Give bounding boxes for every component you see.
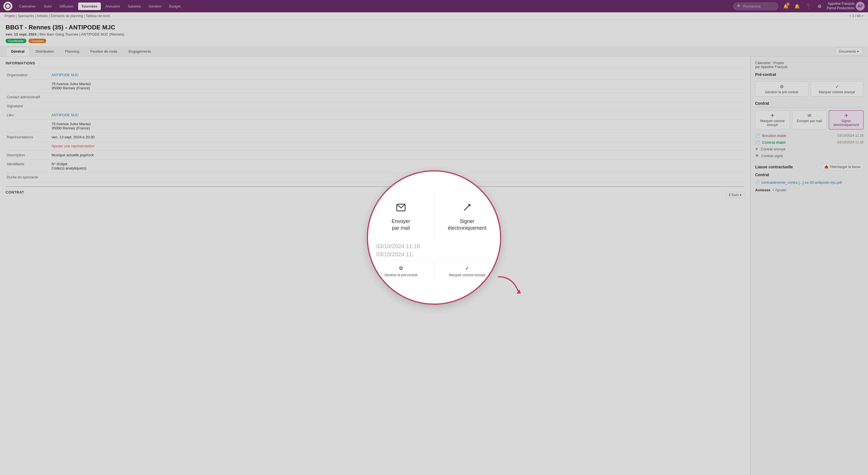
sign-elec-popup-label: Signerélectroniquement <box>448 218 486 231</box>
date-stamp-1: 03/10/2024 11:18 <box>376 243 492 249</box>
check-popup-icon: ✓ <box>465 265 469 271</box>
generate-popup-label: Générer le pré-contrat <box>384 273 417 277</box>
send-mail-popup-label: Envoyerpar mail <box>392 218 410 231</box>
mark-sent-popup-button[interactable]: ✓ Marquer comme envoyé <box>434 261 500 281</box>
popup-action-bar: ⚙ Générer le pré-contrat ✓ Marquer comme… <box>368 261 500 281</box>
date-stamps-area: 03/10/2024 11:18 03/10/2024 11: <box>368 240 500 261</box>
popup-cards: Envoyerpar mail Signerélectroniquement <box>368 194 500 240</box>
modal-container: Envoyerpar mail Signerélectroniquement <box>367 170 501 305</box>
gear-popup-icon: ⚙ <box>399 265 403 271</box>
sign-elec-popup-icon <box>462 203 472 215</box>
date-stamp-2: 03/10/2024 11: <box>376 251 492 258</box>
red-arrow-annotation <box>496 274 524 296</box>
mark-sent-popup-label: Marquer comme envoyé <box>449 273 485 277</box>
generate-precontrat-popup-button[interactable]: ⚙ Générer le pré-contrat <box>368 261 434 281</box>
mail-popup-icon <box>396 203 406 215</box>
svg-line-1 <box>464 205 470 211</box>
sign-elec-popup-card[interactable]: Signerélectroniquement <box>434 194 500 240</box>
modal-circle: Envoyerpar mail Signerélectroniquement <box>367 170 501 305</box>
send-mail-popup-card[interactable]: Envoyerpar mail <box>368 194 434 240</box>
overlay-backdrop[interactable]: Envoyerpar mail Signerélectroniquement <box>0 0 868 475</box>
svg-marker-2 <box>517 289 521 294</box>
